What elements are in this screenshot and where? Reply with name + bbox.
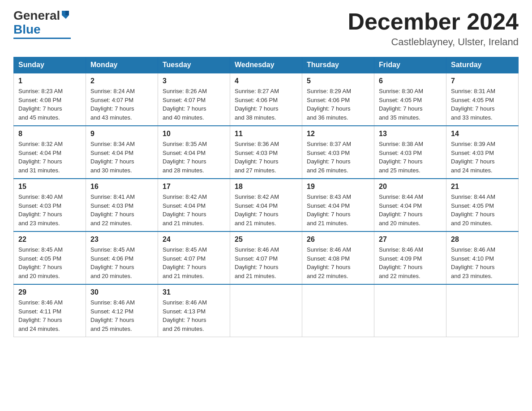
day-number: 8 [18,130,81,138]
day-number: 6 [379,77,442,85]
calendar-cell: 20Sunrise: 8:44 AM Sunset: 4:04 PM Dayli… [374,179,446,231]
logo-arrow-icon [61,9,71,19]
calendar-cell: 2Sunrise: 8:24 AM Sunset: 4:07 PM Daylig… [86,73,158,126]
day-number: 29 [18,288,81,296]
day-number: 9 [90,130,153,138]
calendar-cell: 23Sunrise: 8:45 AM Sunset: 4:06 PM Dayli… [86,231,158,284]
calendar-cell: 14Sunrise: 8:39 AM Sunset: 4:03 PM Dayli… [446,126,519,179]
day-number: 10 [163,130,225,138]
day-info: Sunrise: 8:46 AM Sunset: 4:13 PM Dayligh… [163,298,225,333]
day-info: Sunrise: 8:42 AM Sunset: 4:04 PM Dayligh… [235,193,297,227]
day-info: Sunrise: 8:46 AM Sunset: 4:12 PM Dayligh… [90,298,153,333]
calendar-header-friday: Friday [374,57,446,73]
day-info: Sunrise: 8:36 AM Sunset: 4:03 PM Dayligh… [235,140,297,175]
day-info: Sunrise: 8:45 AM Sunset: 4:07 PM Dayligh… [163,245,225,280]
day-number: 31 [163,288,225,296]
day-info: Sunrise: 8:44 AM Sunset: 4:05 PM Dayligh… [451,193,514,227]
calendar-cell: 27Sunrise: 8:46 AM Sunset: 4:09 PM Dayli… [374,231,446,284]
calendar-cell: 15Sunrise: 8:40 AM Sunset: 4:03 PM Dayli… [14,179,86,231]
day-info: Sunrise: 8:29 AM Sunset: 4:06 PM Dayligh… [307,87,369,122]
calendar-header-thursday: Thursday [302,57,374,73]
day-number: 4 [235,77,297,85]
logo-text-blue: Blue [13,23,41,37]
day-info: Sunrise: 8:24 AM Sunset: 4:07 PM Dayligh… [90,87,153,122]
day-info: Sunrise: 8:42 AM Sunset: 4:04 PM Dayligh… [163,193,225,227]
calendar-cell: 9Sunrise: 8:34 AM Sunset: 4:04 PM Daylig… [86,126,158,179]
day-number: 21 [451,183,514,191]
day-info: Sunrise: 8:30 AM Sunset: 4:05 PM Dayligh… [379,87,442,122]
day-info: Sunrise: 8:46 AM Sunset: 4:08 PM Dayligh… [307,245,369,280]
day-number: 26 [307,235,369,244]
location: Castleblayney, Ulster, Ireland [348,36,519,48]
calendar-cell [374,284,446,337]
day-number: 2 [90,77,153,85]
calendar-header-tuesday: Tuesday [158,57,230,73]
calendar-table: SundayMondayTuesdayWednesdayThursdayFrid… [13,57,519,337]
calendar-cell: 4Sunrise: 8:27 AM Sunset: 4:06 PM Daylig… [230,73,302,126]
calendar-cell: 19Sunrise: 8:43 AM Sunset: 4:04 PM Dayli… [302,179,374,231]
day-info: Sunrise: 8:35 AM Sunset: 4:04 PM Dayligh… [163,140,225,175]
day-number: 20 [379,183,442,191]
calendar-cell: 7Sunrise: 8:31 AM Sunset: 4:05 PM Daylig… [446,73,519,126]
day-info: Sunrise: 8:34 AM Sunset: 4:04 PM Dayligh… [90,140,153,175]
day-info: Sunrise: 8:31 AM Sunset: 4:05 PM Dayligh… [451,87,514,122]
day-number: 3 [163,77,225,85]
day-info: Sunrise: 8:46 AM Sunset: 4:10 PM Dayligh… [451,245,514,280]
calendar-cell: 21Sunrise: 8:44 AM Sunset: 4:05 PM Dayli… [446,179,519,231]
month-title: December 2024 [348,9,519,34]
day-info: Sunrise: 8:23 AM Sunset: 4:08 PM Dayligh… [18,87,81,122]
day-info: Sunrise: 8:46 AM Sunset: 4:07 PM Dayligh… [235,245,297,280]
calendar-header-monday: Monday [86,57,158,73]
calendar-cell: 26Sunrise: 8:46 AM Sunset: 4:08 PM Dayli… [302,231,374,284]
day-info: Sunrise: 8:37 AM Sunset: 4:03 PM Dayligh… [307,140,369,175]
calendar-header-sunday: Sunday [14,57,86,73]
calendar-cell: 12Sunrise: 8:37 AM Sunset: 4:03 PM Dayli… [302,126,374,179]
day-info: Sunrise: 8:27 AM Sunset: 4:06 PM Dayligh… [235,87,297,122]
calendar-cell: 5Sunrise: 8:29 AM Sunset: 4:06 PM Daylig… [302,73,374,126]
day-number: 24 [163,235,225,244]
day-number: 17 [163,183,225,191]
day-info: Sunrise: 8:41 AM Sunset: 4:03 PM Dayligh… [90,193,153,227]
page-header: General Blue December 2024 Castleblayney… [13,9,519,48]
day-number: 18 [235,183,297,191]
calendar-week-row: 15Sunrise: 8:40 AM Sunset: 4:03 PM Dayli… [14,179,519,231]
calendar-week-row: 29Sunrise: 8:46 AM Sunset: 4:11 PM Dayli… [14,284,519,337]
calendar-cell: 6Sunrise: 8:30 AM Sunset: 4:05 PM Daylig… [374,73,446,126]
calendar-cell: 17Sunrise: 8:42 AM Sunset: 4:04 PM Dayli… [158,179,230,231]
day-number: 28 [451,235,514,244]
calendar-header-saturday: Saturday [446,57,519,73]
day-number: 22 [18,235,81,244]
day-number: 16 [90,183,153,191]
day-info: Sunrise: 8:39 AM Sunset: 4:03 PM Dayligh… [451,140,514,175]
day-number: 5 [307,77,369,85]
day-number: 27 [379,235,442,244]
day-info: Sunrise: 8:43 AM Sunset: 4:04 PM Dayligh… [307,193,369,227]
calendar-cell [302,284,374,337]
logo-text-black: General [13,9,60,23]
calendar-cell: 3Sunrise: 8:26 AM Sunset: 4:07 PM Daylig… [158,73,230,126]
day-number: 30 [90,288,153,296]
day-number: 25 [235,235,297,244]
day-number: 23 [90,235,153,244]
logo-underline [13,38,71,39]
day-number: 11 [235,130,297,138]
day-info: Sunrise: 8:46 AM Sunset: 4:11 PM Dayligh… [18,298,81,333]
day-info: Sunrise: 8:44 AM Sunset: 4:04 PM Dayligh… [379,193,442,227]
calendar-cell: 8Sunrise: 8:32 AM Sunset: 4:04 PM Daylig… [14,126,86,179]
calendar-cell: 1Sunrise: 8:23 AM Sunset: 4:08 PM Daylig… [14,73,86,126]
calendar-header-wednesday: Wednesday [230,57,302,73]
calendar-cell [446,284,519,337]
day-number: 13 [379,130,442,138]
day-info: Sunrise: 8:40 AM Sunset: 4:03 PM Dayligh… [18,193,81,227]
day-info: Sunrise: 8:32 AM Sunset: 4:04 PM Dayligh… [18,140,81,175]
calendar-cell: 30Sunrise: 8:46 AM Sunset: 4:12 PM Dayli… [86,284,158,337]
day-number: 15 [18,183,81,191]
calendar-cell: 31Sunrise: 8:46 AM Sunset: 4:13 PM Dayli… [158,284,230,337]
title-block: December 2024 Castleblayney, Ulster, Ire… [348,9,519,48]
day-info: Sunrise: 8:38 AM Sunset: 4:03 PM Dayligh… [379,140,442,175]
day-info: Sunrise: 8:26 AM Sunset: 4:07 PM Dayligh… [163,87,225,122]
calendar-cell: 18Sunrise: 8:42 AM Sunset: 4:04 PM Dayli… [230,179,302,231]
calendar-cell: 22Sunrise: 8:45 AM Sunset: 4:05 PM Dayli… [14,231,86,284]
day-number: 7 [451,77,514,85]
calendar-cell: 24Sunrise: 8:45 AM Sunset: 4:07 PM Dayli… [158,231,230,284]
